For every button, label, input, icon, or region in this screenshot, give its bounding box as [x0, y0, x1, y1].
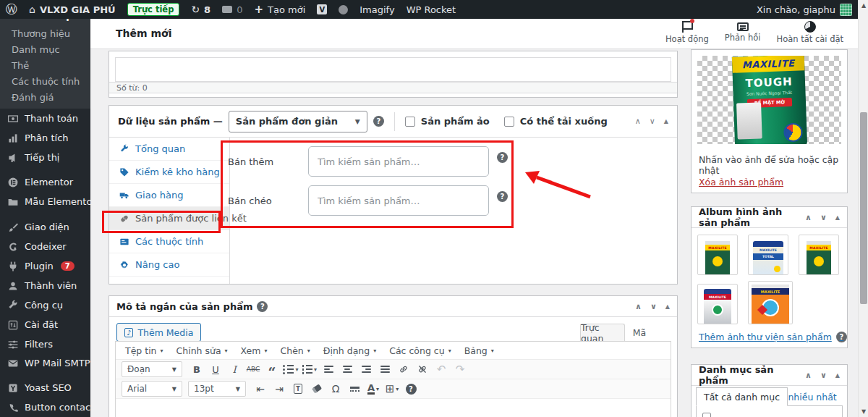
align-center-button[interactable]	[339, 361, 356, 377]
gallery-thumb-5[interactable]: MAXILITE	[748, 281, 793, 324]
sidebar-subitem-tags[interactable]: Thẻ	[12, 60, 29, 71]
sidebar-subitem-brands[interactable]: Thương hiệu	[12, 28, 70, 39]
gallery-thumb-1[interactable]: MAXILITE	[697, 235, 738, 275]
font-size-select[interactable]: 13pt▼	[188, 381, 246, 397]
paste-as-text-button[interactable]: T	[289, 381, 307, 397]
gallery-thumb-3[interactable]: MAXILITE	[799, 235, 839, 275]
add-media-button[interactable]: ♪ Thêm Media	[116, 323, 201, 342]
sidebar-item-plugins[interactable]: Plugin 7	[0, 256, 90, 276]
strikethrough-button[interactable]: ABC	[244, 361, 262, 377]
menu-view[interactable]: Xem▾	[234, 345, 274, 356]
font-family-select[interactable]: Arial▼	[122, 381, 182, 397]
sidebar-item-filters[interactable]: Filters	[0, 334, 90, 354]
code-tab[interactable]: Mã	[628, 324, 651, 342]
italic-button[interactable]: I	[226, 361, 243, 377]
underline-button[interactable]: U	[207, 361, 224, 377]
bullet-list-button[interactable]: ▾	[282, 361, 299, 377]
bold-button[interactable]: B	[188, 361, 205, 377]
numbered-list-button[interactable]: ▾	[301, 361, 318, 377]
redo-button[interactable]: ↷	[451, 361, 469, 377]
editor-help-button[interactable]: ?	[402, 381, 420, 397]
sidebar-item-yoast-seo[interactable]: Yoast SEO	[0, 378, 90, 397]
collapse-icon[interactable]: ▲	[835, 214, 840, 221]
site-menu[interactable]: ⌂ VLXD GIA PHÚ	[23, 0, 122, 19]
sidebar-item-wp-mail-smtp[interactable]: WP Mail SMTP	[0, 353, 90, 373]
collapse-icon[interactable]: ▲	[664, 118, 668, 125]
move-up-icon[interactable]: ∧	[635, 302, 642, 311]
activity-button[interactable]: Hoạt động	[665, 21, 709, 44]
move-up-icon[interactable]: ∧	[635, 117, 641, 126]
help-icon[interactable]: ?	[373, 116, 384, 127]
tab-attributes[interactable]: Các thuộc tính	[109, 230, 229, 253]
move-down-icon[interactable]: ∨	[820, 371, 827, 380]
feedback-button[interactable]: Phản hồi	[725, 21, 761, 44]
sidebar-item-users[interactable]: Thành viên	[0, 276, 90, 295]
wp-rocket-menu[interactable]: WP Rocket	[401, 0, 462, 19]
product-type-select[interactable]: Sản phẩm đơn giản ▼	[229, 111, 367, 132]
move-up-icon[interactable]: ∧	[805, 213, 812, 222]
wordpress-logo-icon[interactable]: Ⓦ	[0, 0, 23, 19]
downloadable-checkbox[interactable]	[504, 117, 514, 127]
visual-tab[interactable]: Trực quan	[580, 324, 625, 342]
menu-table[interactable]: Bảng▾	[458, 345, 501, 356]
paragraph-select[interactable]: Đoạn▼	[122, 361, 182, 377]
justify-button[interactable]	[376, 361, 393, 377]
category-checkbox[interactable]	[702, 413, 711, 417]
link-button[interactable]	[395, 361, 412, 377]
sidebar-subitem-attributes[interactable]: Các thuộc tính	[12, 76, 80, 87]
sidebar-item-payments[interactable]: Thanh toán	[0, 109, 90, 128]
blockquote-button[interactable]: “	[263, 361, 281, 377]
move-down-icon[interactable]: ∨	[820, 213, 827, 222]
cross-sells-search-input[interactable]	[308, 185, 489, 216]
tab-advanced[interactable]: Nâng cao	[109, 253, 229, 277]
cross-sells-help-icon[interactable]: ?	[497, 191, 508, 202]
align-right-button[interactable]	[357, 361, 375, 377]
tab-linked-products[interactable]: Sản phẩm được liên kết	[109, 207, 229, 230]
scrollbar-thumb[interactable]	[860, 112, 867, 304]
gallery-help-icon[interactable]: ?	[836, 332, 847, 342]
imagify-menu[interactable]: Imagify	[354, 0, 400, 19]
tab-shipping[interactable]: Giao hàng	[109, 184, 229, 207]
move-down-icon[interactable]: ∨	[650, 302, 657, 311]
move-down-icon[interactable]: ∨	[650, 117, 655, 126]
sidebar-subitem-categories[interactable]: Danh mục	[12, 44, 60, 55]
clear-formatting-button[interactable]	[308, 381, 326, 397]
sidebar-item-settings[interactable]: Cài đặt	[0, 315, 90, 334]
upsells-help-icon[interactable]: ?	[497, 152, 508, 163]
menu-format[interactable]: Định dạng▾	[317, 345, 383, 356]
align-left-button[interactable]	[320, 361, 337, 377]
sidebar-item-elementor[interactable]: Elementor	[0, 172, 90, 192]
status-dot-button[interactable]	[333, 0, 354, 19]
virtual-checkbox[interactable]	[405, 117, 415, 127]
sidebar-item-analytics[interactable]: Phân tích	[0, 128, 90, 148]
sidebar-item-marketing[interactable]: Tiếp thị	[0, 148, 90, 167]
table-button[interactable]: ⊞▾	[383, 381, 401, 397]
gallery-thumb-2[interactable]: MAXILITE TOTAL	[748, 235, 788, 275]
sidebar-item-elementor-templates[interactable]: Mẫu Elementor	[0, 192, 90, 211]
horizontal-rule-button[interactable]	[346, 381, 363, 397]
menu-edit[interactable]: Chỉnh sửa▾	[170, 345, 234, 356]
unlink-button[interactable]	[414, 361, 431, 377]
updates-indicator[interactable]: ↻ 8	[185, 0, 216, 19]
collapse-icon[interactable]: ▲	[835, 372, 840, 379]
collapse-icon[interactable]: ▲	[665, 303, 670, 310]
short-description-help-icon[interactable]: ?	[257, 301, 268, 312]
outdent-button[interactable]: ⇤	[252, 381, 269, 397]
sidebar-subitem-reviews[interactable]: Đánh giá	[12, 92, 54, 103]
sidebar-item-appearance[interactable]: Giao diện	[0, 217, 90, 237]
account-menu[interactable]: Xin chào, giaphu	[751, 0, 858, 19]
finish-setup-button[interactable]: Hoàn tất cài đặt	[777, 21, 843, 44]
remove-image-link[interactable]: Xóa ảnh sản phẩm	[699, 177, 783, 188]
add-gallery-link[interactable]: Thêm ảnh thư viện sản phẩm	[699, 332, 832, 342]
tab-general[interactable]: Tổng quan	[109, 138, 229, 161]
upsells-search-input[interactable]	[308, 146, 489, 177]
editor-content-area[interactable]	[116, 399, 671, 417]
text-color-button[interactable]: A▾	[365, 381, 382, 397]
tab-inventory[interactable]: Kiểm kê kho hàng	[109, 161, 229, 184]
description-editarea[interactable]	[115, 57, 671, 82]
new-content-button[interactable]: + Tạo mới	[248, 0, 311, 19]
indent-button[interactable]: ⇥	[271, 381, 288, 397]
sidebar-item-codeixer[interactable]: Codeixer	[0, 237, 90, 256]
scrollbar[interactable]: ▲ ▼	[858, 0, 868, 417]
scroll-down-icon[interactable]: ▼	[859, 408, 868, 415]
